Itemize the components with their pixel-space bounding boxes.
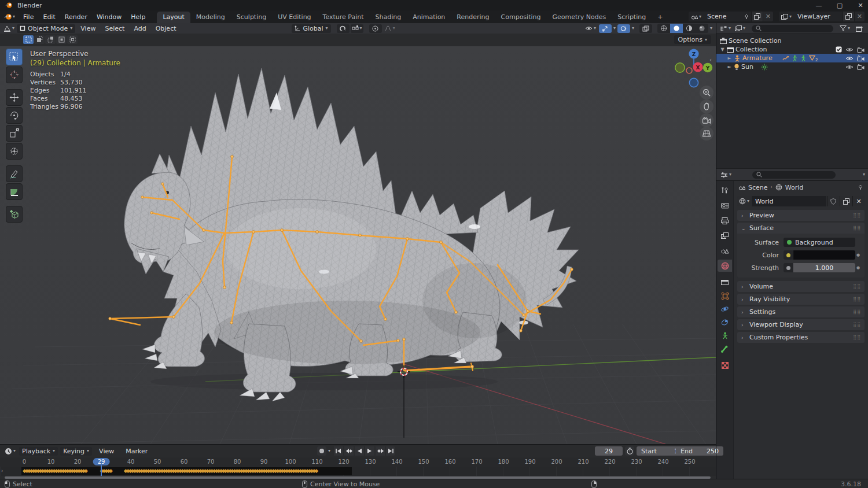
tab-object-data[interactable]	[718, 330, 732, 342]
color-socket-chip[interactable]	[784, 250, 793, 260]
outliner-row-collection[interactable]: ▼ Collection	[716, 45, 868, 54]
play-button[interactable]	[365, 446, 374, 456]
keyframe-segment[interactable]: ◆◆◆◆◆◆◆◆◆◆◆◆◆◆◆◆◆◆◆◆◆◆◆◆◆◆◆◆◆◆◆◆◆◆◆◆◆◆◆◆…	[124, 467, 353, 475]
tab-collection-properties[interactable]	[718, 276, 732, 288]
menu-object[interactable]: Object	[152, 23, 181, 34]
panel-settings[interactable]: ›Settings⣿⣿	[737, 306, 865, 317]
use-preview-range-button[interactable]	[625, 446, 634, 456]
panel-surface[interactable]: ⌄Surface⣿⣿	[737, 223, 865, 234]
strength-slider[interactable]: 1.000	[793, 263, 855, 272]
properties-search-input[interactable]	[752, 171, 836, 179]
breadcrumb-world[interactable]: World	[785, 184, 804, 191]
scene-name[interactable]: Scene	[704, 13, 744, 20]
sidebar-toggle-arrow[interactable]: ‹	[709, 57, 712, 63]
menu-select[interactable]: Select	[101, 23, 128, 34]
select-mode-invert[interactable]	[56, 35, 67, 44]
scene-new-button[interactable]	[751, 12, 763, 21]
snap-target-dropdown[interactable]: ▾	[351, 24, 363, 33]
tool-move[interactable]	[6, 89, 23, 106]
new-collection-button[interactable]	[853, 24, 866, 33]
tab-rendering[interactable]: Rendering	[451, 12, 495, 23]
scene-unlink-button[interactable]: ✕	[763, 12, 773, 21]
current-frame-field[interactable]: 29	[595, 446, 623, 456]
viewlayer-remove-button[interactable]: ✕	[854, 12, 865, 21]
minimize-button[interactable]: —	[815, 2, 823, 9]
tab-view-layer[interactable]	[718, 230, 732, 242]
keyframe-segment[interactable]: ◆◆◆◆◆◆◆◆◆◆◆◆◆◆◆◆◆◆◆◆◆◆◆◆◆◆◆◆	[23, 467, 100, 475]
scene-browse-button[interactable]: ▾	[689, 12, 704, 21]
editor-divider[interactable]	[716, 23, 716, 479]
world-browse-button[interactable]: ▾	[737, 196, 751, 206]
options-dropdown[interactable]: Options▾	[674, 35, 711, 44]
outliner-editor-type-button[interactable]: ▾	[719, 24, 732, 33]
gizmo-z-negative[interactable]	[689, 78, 698, 87]
timeline-editor-type-button[interactable]: ▾	[3, 447, 17, 456]
tab-scripting[interactable]: Scripting	[612, 12, 652, 23]
tool-cursor[interactable]	[6, 66, 23, 83]
tab-bone[interactable]	[718, 343, 732, 355]
menu-render[interactable]: Render	[60, 10, 92, 23]
outliner-row-armature[interactable]: ► Armature 2	[716, 54, 868, 62]
viewlayer-new-button[interactable]	[843, 12, 854, 21]
next-keyframe-button[interactable]	[376, 446, 385, 456]
playhead-frame-badge[interactable]: 29	[93, 458, 110, 465]
timeline-marker-menu[interactable]: Marker	[121, 445, 152, 457]
shading-solid-button[interactable]	[670, 24, 683, 33]
outliner-row-sun[interactable]: ► Sun	[716, 62, 868, 71]
proportional-falloff-dropdown[interactable]: ▾	[383, 24, 396, 33]
tab-physics[interactable]	[718, 303, 732, 315]
world-name-field[interactable]: World	[752, 196, 826, 206]
tab-modeling[interactable]: Modeling	[190, 12, 231, 23]
show-overlays-toggle[interactable]	[617, 24, 630, 33]
render-camera-icon[interactable]	[857, 64, 865, 70]
timeline-track[interactable]: ◆◆◆◆◆◆◆◆◆◆◆◆◆◆◆◆◆◆◆◆◆◆◆◆◆◆◆◆◆◆◆◆◆◆◆◆◆◆◆◆…	[0, 467, 716, 476]
gizmo-x-negative[interactable]	[686, 68, 692, 73]
outliner-display-mode-button[interactable]: ▾	[734, 24, 746, 33]
properties-options-button[interactable]: ▾	[863, 172, 865, 177]
keying-set-caret[interactable]: ▾	[328, 449, 330, 453]
select-mode-intersect[interactable]	[67, 35, 78, 44]
surface-shader-button[interactable]: Background	[784, 238, 855, 247]
panel-ray-visibility[interactable]: ›Ray Visibility⣿⣿	[737, 294, 865, 305]
tab-uv-editing[interactable]: UV Editing	[272, 12, 317, 23]
value-socket-chip[interactable]	[784, 263, 793, 272]
menu-edit[interactable]: Edit	[38, 10, 60, 23]
menu-file[interactable]: File	[19, 10, 38, 23]
select-mode-subtract[interactable]	[45, 35, 56, 44]
snap-toggle-button[interactable]	[337, 24, 350, 33]
shading-rendered-button[interactable]	[696, 24, 708, 33]
tab-scene[interactable]	[718, 245, 732, 257]
show-gizmo-toggle[interactable]	[599, 24, 612, 33]
tab-shading[interactable]: Shading	[370, 12, 407, 23]
hide-eye-icon[interactable]	[845, 64, 854, 70]
expand-caret[interactable]: ►	[727, 64, 732, 69]
select-mode-extend[interactable]	[34, 35, 45, 44]
prev-keyframe-button[interactable]	[344, 446, 354, 456]
add-workspace-button[interactable]: +	[652, 12, 668, 23]
mode-dropdown[interactable]: Object Mode▾	[17, 24, 75, 33]
panel-viewport-display[interactable]: ›Viewport Display⣿⣿	[737, 319, 865, 330]
pan-button[interactable]	[700, 99, 713, 113]
tab-sculpting[interactable]: Sculpting	[231, 12, 272, 23]
outliner-filter-button[interactable]: ▾	[838, 24, 851, 33]
fake-user-shield-button[interactable]	[827, 196, 839, 206]
hide-eye-icon[interactable]	[845, 47, 854, 53]
tab-render[interactable]	[718, 199, 732, 212]
perspective-toggle-button[interactable]	[700, 127, 713, 141]
navigation-gizmo[interactable]: Z X Y	[671, 46, 716, 91]
auto-keying-button[interactable]	[317, 446, 326, 456]
animate-color-dot[interactable]: ●	[855, 253, 861, 257]
tool-scale[interactable]	[6, 125, 23, 142]
properties-editor-type-button[interactable]: ▾	[719, 171, 733, 179]
menu-help[interactable]: Help	[126, 10, 150, 23]
tab-compositing[interactable]: Compositing	[495, 12, 547, 23]
camera-view-button[interactable]	[700, 113, 713, 127]
tab-world[interactable]	[718, 260, 732, 272]
render-camera-icon[interactable]	[857, 56, 865, 61]
proportional-editing-button[interactable]	[369, 24, 382, 33]
close-button[interactable]: ✕	[856, 2, 865, 9]
expand-caret[interactable]: ►	[727, 56, 732, 61]
shading-wireframe-button[interactable]	[657, 24, 670, 33]
jump-to-start-button[interactable]	[334, 446, 343, 456]
tab-geometry-nodes[interactable]: Geometry Nodes	[546, 12, 612, 23]
